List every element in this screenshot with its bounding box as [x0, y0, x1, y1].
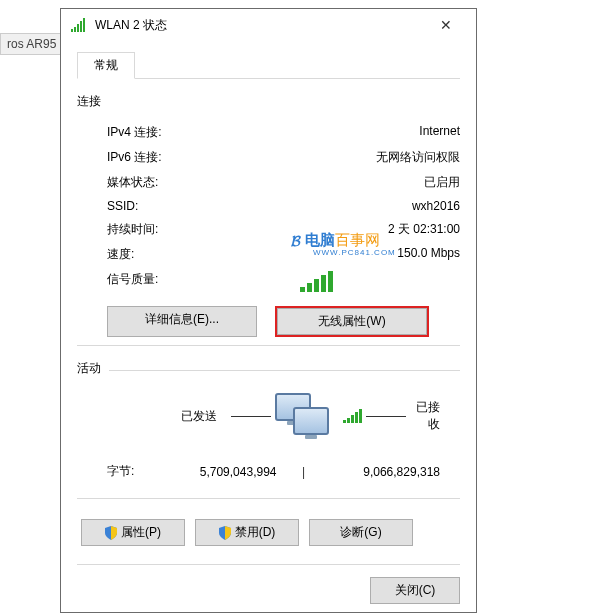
- properties-button[interactable]: 属性(P): [81, 519, 185, 546]
- dialog-title: WLAN 2 状态: [95, 17, 426, 34]
- wifi-signal-icon: [71, 18, 87, 32]
- highlight-box: 无线属性(W): [275, 306, 429, 337]
- tab-bar: 常规: [77, 51, 460, 79]
- details-button[interactable]: 详细信息(E)...: [107, 306, 257, 337]
- wireless-properties-button[interactable]: 无线属性(W): [277, 308, 427, 335]
- label-speed: 速度:: [107, 246, 300, 263]
- label-ipv6: IPv6 连接:: [107, 149, 300, 166]
- section-connection: 连接: [77, 93, 460, 110]
- titlebar: WLAN 2 状态 ✕: [61, 9, 476, 41]
- value-ipv4: Internet: [300, 124, 460, 141]
- tab-general[interactable]: 常规: [77, 52, 135, 79]
- background-item: ros AR95: [0, 33, 63, 55]
- label-media-state: 媒体状态:: [107, 174, 300, 191]
- label-received: 已接收: [410, 399, 460, 433]
- network-activity-icon: [275, 393, 362, 439]
- label-signal-quality: 信号质量:: [107, 271, 300, 292]
- shield-icon: [219, 526, 231, 540]
- value-ssid: wxh2016: [300, 199, 460, 213]
- value-media-state: 已启用: [300, 174, 460, 191]
- shield-icon: [105, 526, 117, 540]
- value-bytes-sent: 5,709,043,994: [167, 465, 277, 479]
- value-speed: 150.0 Mbps: [300, 246, 460, 263]
- label-sent: 已发送: [107, 408, 227, 425]
- section-activity: 活动: [77, 360, 460, 377]
- close-icon[interactable]: ✕: [426, 11, 466, 39]
- label-ipv4: IPv4 连接:: [107, 124, 300, 141]
- label-duration: 持续时间:: [107, 221, 300, 238]
- value-duration: 2 天 02:31:00: [300, 221, 460, 238]
- label-bytes: 字节:: [107, 463, 167, 480]
- wlan-status-dialog: WLAN 2 状态 ✕ 常规 连接 IPv4 连接:Internet IPv6 …: [60, 8, 477, 613]
- diagnose-button[interactable]: 诊断(G): [309, 519, 413, 546]
- signal-bars-icon: [300, 271, 460, 292]
- label-ssid: SSID:: [107, 199, 300, 213]
- close-button[interactable]: 关闭(C): [370, 577, 460, 604]
- disable-button[interactable]: 禁用(D): [195, 519, 299, 546]
- value-ipv6: 无网络访问权限: [300, 149, 460, 166]
- value-bytes-received: 9,066,829,318: [331, 465, 461, 479]
